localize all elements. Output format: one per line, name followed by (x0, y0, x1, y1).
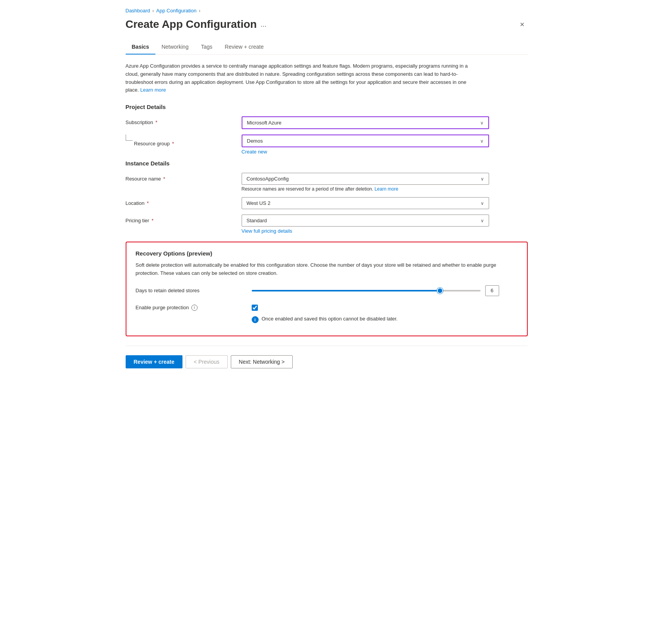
tab-review-create[interactable]: Review + create (218, 40, 270, 55)
subscription-row: Subscription * Microsoft Azure ∨ (126, 116, 528, 129)
breadcrumb-app-config[interactable]: App Configuration (156, 8, 196, 14)
resource-name-required: * (163, 176, 165, 182)
breadcrumb-sep-2: › (199, 8, 200, 14)
resource-name-row: Resource name * ContosoAppConfig ∨ Resou… (126, 173, 528, 192)
instance-details-title: Instance Details (126, 160, 528, 167)
location-chevron-icon: ∨ (481, 201, 484, 206)
days-retain-slider-area: 6 (252, 285, 499, 296)
resource-name-dropdown[interactable]: ContosoAppConfig ∨ (242, 173, 489, 185)
purge-protection-row: Enable purge protection i i Once enabled… (136, 304, 518, 323)
recovery-options-description: Soft delete protection will automaticall… (136, 261, 518, 278)
purge-protection-notice: i Once enabled and saved this option can… (252, 316, 499, 323)
learn-more-description[interactable]: Learn more (140, 87, 166, 93)
project-details-title: Project Details (126, 104, 528, 110)
breadcrumb: Dashboard › App Configuration › (126, 8, 528, 14)
days-retain-slider[interactable] (252, 290, 481, 291)
tab-networking[interactable]: Networking (155, 40, 195, 55)
resource-name-chevron-icon: ∨ (481, 176, 484, 182)
previous-button[interactable]: < Previous (186, 355, 228, 368)
pricing-tier-required: * (152, 218, 153, 223)
pricing-tier-dropdown[interactable]: Standard ∨ (242, 215, 489, 227)
next-button[interactable]: Next: Networking > (231, 355, 293, 368)
create-new-link[interactable]: Create new (242, 149, 489, 155)
page-title-ellipsis: ... (261, 20, 266, 29)
purge-protection-label: Enable purge protection i (136, 304, 244, 311)
resource-name-learn-more[interactable]: Learn more (375, 186, 398, 192)
pricing-tier-chevron-icon: ∨ (481, 218, 484, 223)
rg-indent-decoration (126, 135, 133, 141)
location-dropdown[interactable]: West US 2 ∨ (242, 197, 489, 209)
resource-group-row: Resource group * Demos ∨ Create new (126, 135, 528, 155)
days-retain-label: Days to retain deleted stores (136, 288, 244, 293)
resource-name-label: Resource name * (126, 173, 234, 182)
close-button[interactable]: × (517, 19, 528, 31)
location-row: Location * West US 2 ∨ (126, 197, 528, 209)
pricing-tier-row: Pricing tier * Standard ∨ View full pric… (126, 215, 528, 234)
review-create-button[interactable]: Review + create (126, 355, 182, 368)
resource-name-input-area: ContosoAppConfig ∨ Resource names are re… (242, 173, 489, 192)
resource-name-hint: Resource names are reserved for a period… (242, 186, 489, 192)
pricing-tier-label: Pricing tier * (126, 215, 234, 223)
info-icon: i (252, 316, 259, 323)
recovery-options-section: Recovery Options (preview) Soft delete p… (126, 242, 528, 336)
instance-details-section: Instance Details Resource name * Contoso… (126, 160, 528, 234)
description-text: Azure App Configuration provides a servi… (126, 62, 474, 94)
location-label: Location * (126, 197, 234, 206)
breadcrumb-sep-1: › (152, 8, 154, 14)
subscription-label: Subscription * (126, 116, 234, 125)
days-retain-value: 6 (485, 285, 499, 296)
page-title: Create App Configuration ... (126, 18, 267, 31)
location-required: * (147, 200, 149, 206)
view-pricing-link[interactable]: View full pricing details (242, 228, 489, 234)
subscription-dropdown[interactable]: Microsoft Azure ∨ (242, 116, 489, 129)
recovery-options-title: Recovery Options (preview) (136, 250, 518, 257)
page-header: Create App Configuration ... × (126, 18, 528, 31)
resource-group-dropdown[interactable]: Demos ∨ (242, 135, 489, 147)
pricing-tier-input-area: Standard ∨ View full pricing details (242, 215, 489, 234)
resource-group-label-area: Resource group * (126, 135, 234, 147)
resource-group-label: Resource group * (134, 138, 242, 147)
project-details-section: Project Details Subscription * Microsoft… (126, 104, 528, 155)
resource-group-input-area: Demos ∨ Create new (242, 135, 489, 155)
tabs-container: Basics Networking Tags Review + create (126, 40, 528, 55)
purge-protection-checkbox[interactable] (252, 305, 258, 311)
purge-protection-checkbox-area: i Once enabled and saved this option can… (252, 304, 499, 323)
subscription-required: * (155, 119, 157, 125)
purge-protection-info-icon[interactable]: i (191, 305, 198, 311)
tab-tags[interactable]: Tags (195, 40, 219, 55)
location-input-area: West US 2 ∨ (242, 197, 489, 209)
tab-basics[interactable]: Basics (126, 40, 155, 55)
breadcrumb-dashboard[interactable]: Dashboard (126, 8, 150, 14)
footer-actions: Review + create < Previous Next: Network… (126, 346, 528, 368)
days-retain-row: Days to retain deleted stores 6 (136, 285, 518, 296)
subscription-chevron-icon: ∨ (480, 120, 484, 126)
resource-group-required: * (172, 141, 174, 147)
resource-group-chevron-icon: ∨ (480, 138, 484, 144)
subscription-input-area: Microsoft Azure ∨ (242, 116, 489, 129)
